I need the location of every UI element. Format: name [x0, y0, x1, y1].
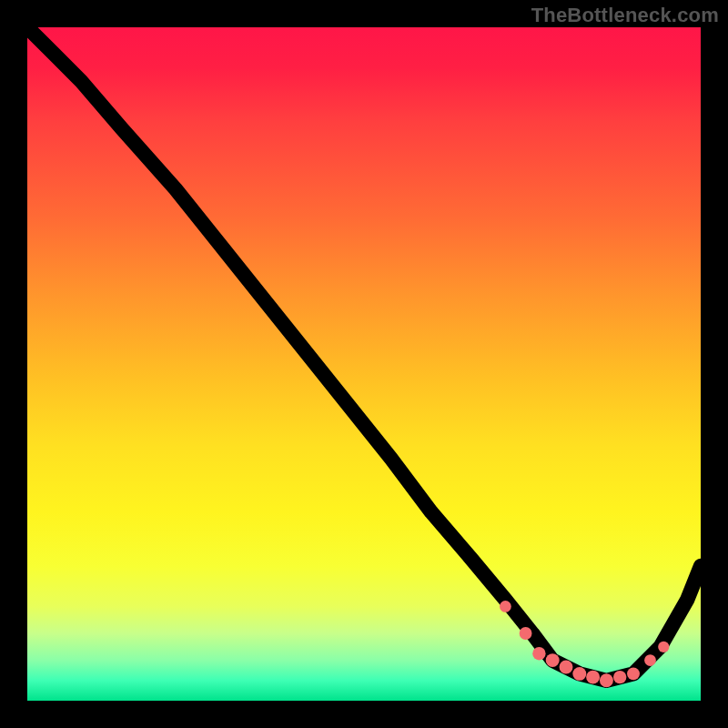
curve-marker	[500, 601, 511, 612]
curve-marker	[520, 627, 532, 640]
curve-svg	[27, 27, 701, 701]
curve-marker	[600, 673, 613, 687]
chart-frame: TheBottleneck.com	[0, 0, 728, 728]
plot-area	[27, 27, 701, 701]
curve-marker	[658, 642, 669, 652]
watermark-text: TheBottleneck.com	[531, 4, 719, 27]
curve-marker	[627, 667, 640, 680]
curve-marker	[572, 667, 586, 681]
bottleneck-curve	[27, 27, 701, 681]
curve-marker	[532, 647, 545, 660]
curve-marker	[644, 654, 656, 666]
curve-marker	[613, 671, 626, 683]
curve-marker	[560, 661, 573, 674]
curve-marker	[546, 653, 560, 667]
curve-marker	[586, 671, 600, 684]
